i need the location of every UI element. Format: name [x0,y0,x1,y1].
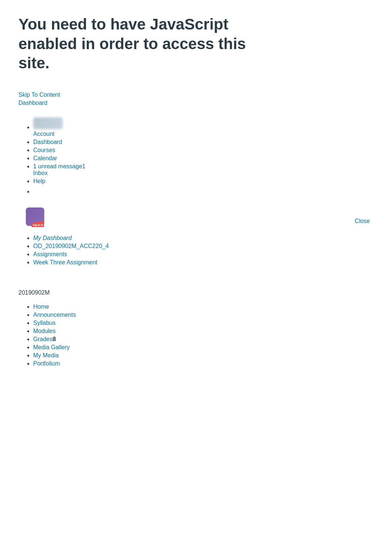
nav-help-link[interactable]: Help [33,178,45,184]
course-my-media-link[interactable]: My Media [33,352,59,358]
nav-item-help: Help [33,178,374,185]
course-portfolium-link[interactable]: Portfolium [33,360,60,367]
nav-item-courses: Courses [33,147,374,154]
breadcrumb-item-assignments: Assignments [33,251,374,258]
user-avatar-section: Input B [0,200,392,231]
nav-item-inbox: 1 unread message1 Inbox [33,163,374,176]
nav-courses-link[interactable]: Courses [33,147,55,153]
skip-to-content-link[interactable]: Skip To Content [18,92,374,98]
breadcrumb-course-link[interactable]: OD_20190902M_ACC220_4 [33,243,109,249]
nav-item-avatar: Account [33,117,374,137]
grades-badge: 8 [52,336,56,342]
breadcrumb-dashboard-link[interactable]: My Dashboard [33,235,72,241]
course-media-gallery-link[interactable]: Media Gallery [33,344,70,350]
nav-inbox-link[interactable]: Inbox [33,170,48,176]
global-nav: Account Dashboard Courses Calendar 1 unr… [0,110,392,200]
breadcrumb-item-week-three: Week Three Assignment [33,259,374,266]
nav-calendar-link[interactable]: Calendar [33,155,57,161]
dashboard-link[interactable]: Dashboard [18,100,374,106]
course-nav: Home Announcements Syllabus Modules Grad… [0,300,392,372]
breadcrumb: My Dashboard OD_20190902M_ACC220_4 Assig… [0,231,392,271]
course-announcements-link[interactable]: Announcements [33,312,76,318]
course-syllabus-link[interactable]: Syllabus [33,320,55,326]
course-modules-link[interactable]: Modules [33,328,55,334]
breadcrumb-item-dashboard: My Dashboard [33,235,374,241]
close-button[interactable]: Close [355,218,370,224]
course-nav-my-media: My Media [33,352,374,359]
course-nav-media-gallery: Media Gallery [33,344,374,351]
nav-account-link[interactable]: Account [33,131,55,137]
course-grades-link[interactable]: Grades8 [33,336,56,342]
nav-dashboard-link[interactable]: Dashboard [33,139,62,145]
breadcrumb-week-three-link[interactable]: Week Three Assignment [33,259,97,265]
course-nav-announcements: Announcements [33,312,374,318]
top-links: Skip To Content Dashboard [0,84,392,110]
course-nav-portfolium: Portfolium [33,360,374,367]
javascript-required-heading: You need to have JavaScript enabled in o… [0,0,295,84]
course-nav-grades: Grades8 [33,336,374,343]
course-code: 20190902M [0,278,392,300]
nav-item-empty [33,188,374,195]
breadcrumb-assignments-link[interactable]: Assignments [33,251,67,257]
course-nav-modules: Modules [33,328,374,334]
nav-inbox-unread-link[interactable]: 1 unread message1 [33,163,85,169]
nav-item-calendar: Calendar [33,155,374,162]
avatar-blurred [33,117,63,129]
nav-item-dashboard: Dashboard [33,139,374,145]
course-nav-home: Home [33,303,374,310]
notification-badge: Input B [31,223,44,227]
course-home-link[interactable]: Home [33,303,49,310]
breadcrumb-item-course: OD_20190902M_ACC220_4 [33,243,374,250]
course-nav-syllabus: Syllabus [33,320,374,326]
